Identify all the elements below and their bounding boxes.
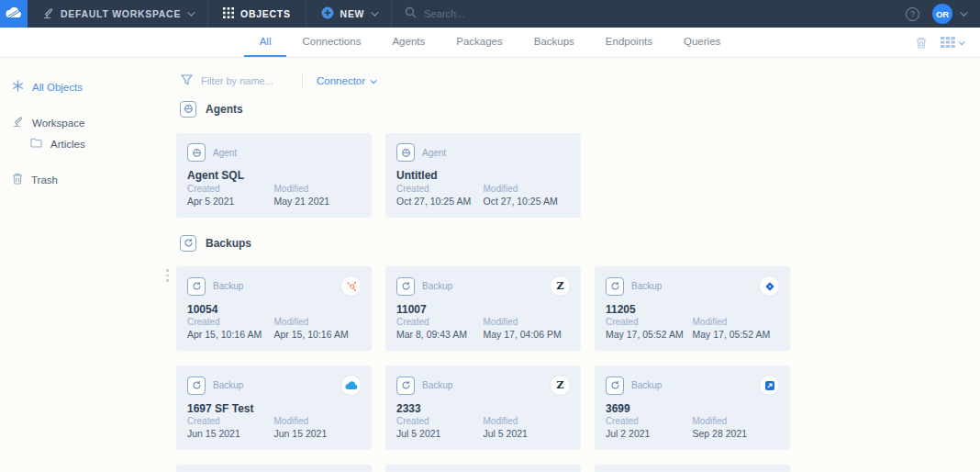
tab-endpoints[interactable]: Endpoints [590,28,668,57]
card-type-label: Backup [213,281,243,291]
tab-queries[interactable]: Queries [668,28,736,57]
tab-agents[interactable]: Agents [376,28,440,57]
card-type-label: Backup [213,380,243,390]
card-type-label: Backup [422,281,452,291]
connector-filter-label: Connector [317,75,365,86]
modified-value: Jun 15 2021 [274,428,362,440]
object-card-10054[interactable]: Backup 10054 Created Apr 15, 10:16 AM Mo… [176,266,372,351]
avatar[interactable]: OR [932,4,952,24]
chevron-down-icon [959,39,965,45]
object-card-partial[interactable] [385,465,581,472]
modified-value: May 17, 04:06 PM [484,329,571,341]
backup-restore-icon [396,277,415,296]
connector-filter-dropdown[interactable]: Connector [317,75,375,86]
agent-icon [180,101,196,118]
sidebar-label: Workspace [32,118,84,129]
modified-label: Modified [274,317,362,329]
modified-value: Sep 28 2021 [693,428,780,440]
trash-icon [12,173,23,186]
filter-by-name-input[interactable] [201,75,288,86]
created-label: Created [187,317,274,329]
global-search [392,0,906,28]
workspace-rocket-icon [42,7,54,21]
object-card-3699[interactable]: Backup 3699 Created Jul 2 2021 Modified … [595,365,790,450]
card-title: 10054 [187,303,361,316]
tab-actions [915,28,980,57]
object-card-agent-sql[interactable]: Agent Agent SQL Created Apr 5 2021 Modif… [176,133,372,218]
card-title: 1697 SF Test [187,402,361,415]
workspace-label: DEFAULT WORKSPACE [61,8,181,19]
modified-label: Modified [484,184,571,196]
modified-label: Modified [693,416,780,428]
object-card-11007[interactable]: Backup Z 11007 Created Mar 8, 09:43 AM M… [385,266,581,351]
modified-label: Modified [274,416,362,428]
modified-value: May 17, 05:52 AM [693,329,780,341]
created-value: Oct 27, 10:25 AM [396,196,484,208]
tab-packages[interactable]: Packages [440,28,518,57]
sidebar-item-workspace[interactable]: Workspace [12,116,176,129]
objects-label: OBJECTS [240,8,291,19]
created-label: Created [606,317,693,329]
chevron-down-icon [371,77,377,84]
folder-icon [30,138,42,150]
created-value: Jun 15 2021 [187,428,274,440]
modified-label: Modified [274,184,362,196]
sidebar-label: Articles [50,139,85,150]
sidebar-item-articles[interactable]: Articles [30,138,176,150]
backups-card-grid: Backup 10054 Created Apr 15, 10:16 AM Mo… [176,266,980,472]
backup-restore-icon [606,277,624,296]
created-value: Jul 2 2021 [606,428,693,440]
card-type-label: Backup [422,380,452,390]
top-bar: DEFAULT WORKSPACE OBJECTS NEW ? OR [0,0,980,28]
sidebar-item-all-objects[interactable]: All Objects [12,80,176,94]
object-card-untitled[interactable]: Agent Untitled Created Oct 27, 10:25 AM … [385,133,581,218]
sidebar-label: Trash [31,174,58,185]
card-title: Agent SQL [187,169,361,182]
cloud-logo-icon [6,6,22,22]
main-panel: Connector Agents Agent Agent SQL [176,58,980,472]
topbar-right: ? OR [906,0,980,28]
card-type-label: Backup [631,281,662,291]
workspace-rocket-icon [12,116,24,129]
card-type-label: Agent [213,148,237,158]
zendesk-icon: Z [551,276,570,296]
chevron-down-icon[interactable] [960,8,967,16]
object-card-11205[interactable]: Backup 11205 Created May 17, 05:52 AM Mo… [595,266,790,351]
modified-label: Modified [484,317,571,329]
object-card-partial[interactable] [595,465,790,472]
new-button[interactable]: NEW [306,0,393,28]
app-logo[interactable] [0,0,28,28]
help-icon[interactable]: ? [906,7,919,21]
created-label: Created [606,416,693,428]
objects-menu-button[interactable]: OBJECTS [208,0,306,28]
backup-restore-icon [396,376,415,395]
backup-restore-icon [180,235,196,252]
chevron-down-icon [371,8,378,16]
view-grid-icon[interactable] [941,36,963,49]
hubspot-icon [341,276,361,296]
trash-icon[interactable] [915,36,928,50]
search-input[interactable] [424,8,626,19]
chevron-down-icon [187,8,195,16]
tab-connections[interactable]: Connections [286,28,376,57]
section-title: Backups [206,237,251,250]
created-value: Jul 5 2021 [396,428,484,440]
created-label: Created [187,184,274,196]
object-card-partial[interactable] [176,465,372,472]
backup-restore-icon [187,376,206,395]
modified-value: May 21 2021 [274,196,362,208]
object-card-2333[interactable]: Backup Z 2333 Created Jul 5 2021 Modifie… [385,365,581,450]
workspace-switcher[interactable]: DEFAULT WORKSPACE [28,0,208,28]
section-drag-handle[interactable] [164,267,171,284]
filter-row: Connector [176,73,980,88]
content: All Objects Workspace Articles Trash [0,58,980,472]
filter-funnel-icon [181,73,193,89]
grid-icon [223,7,234,20]
object-tabs-bar: All Connections Agents Packages Backups … [0,28,980,58]
created-value: Apr 5 2021 [187,196,274,208]
tab-backups[interactable]: Backups [518,28,590,57]
modified-value: Jul 5 2021 [484,428,571,440]
tab-all[interactable]: All [244,28,287,57]
object-card-1697-sf-test[interactable]: Backup 1697 SF Test Created Jun 15 2021 … [176,365,372,450]
sidebar-item-trash[interactable]: Trash [12,173,176,186]
